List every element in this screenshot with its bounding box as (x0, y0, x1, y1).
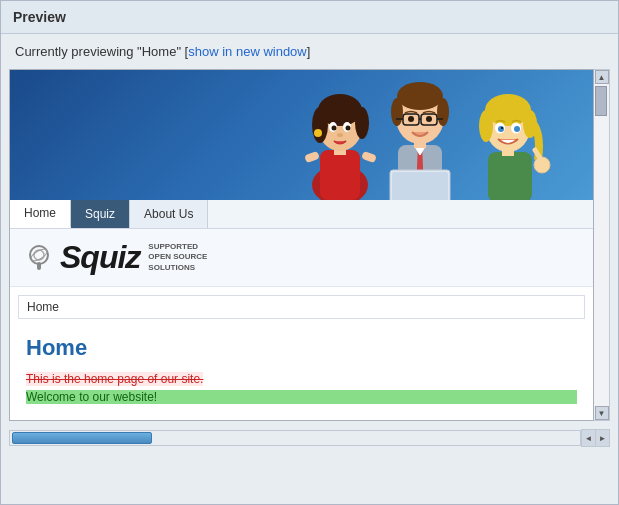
nav-tab-squiz-label: Squiz (85, 207, 115, 221)
bottom-scrollbar-bar: ◄ ► (9, 429, 610, 447)
tagline-line1: SUPPORTED (148, 242, 198, 251)
scroll-track (594, 84, 609, 406)
svg-rect-1 (320, 150, 360, 200)
preview-panel: Preview Currently previewing "Home" [sho… (0, 0, 619, 505)
svg-rect-30 (488, 152, 532, 200)
site-content: Home Home This is the home page of our s… (10, 295, 593, 420)
svg-point-8 (332, 126, 337, 131)
deleted-text: This is the home page of our site. (26, 372, 203, 386)
scroll-right-button[interactable]: ► (595, 430, 609, 446)
squiz-ring-icon (24, 243, 54, 273)
svg-rect-13 (304, 151, 320, 163)
tagline-line3: SOLUTIONS (148, 263, 195, 272)
panel-title-text: Preview (13, 9, 66, 25)
squiz-logo: Squiz SUPPORTED OPEN SOURCE SOLUTIONS (24, 239, 207, 276)
nav-tab-home[interactable]: Home (10, 200, 71, 228)
svg-point-6 (355, 107, 369, 139)
svg-rect-46 (37, 262, 41, 270)
preview-info-bar: Currently previewing "Home" [show in new… (1, 34, 618, 69)
svg-point-27 (426, 116, 432, 122)
svg-point-44 (34, 250, 44, 260)
preview-frame: Home Squiz About Us (9, 69, 594, 421)
tagline-line2: OPEN SOURCE (148, 252, 207, 261)
scroll-left-button[interactable]: ◄ (581, 430, 595, 446)
svg-point-40 (514, 126, 520, 132)
h-scroll-arrows: ◄ ► (581, 429, 610, 447)
show-in-new-window-link[interactable]: show in new window (188, 44, 307, 59)
nav-tab-about-label: About Us (144, 207, 193, 221)
svg-point-12 (314, 129, 322, 137)
nav-tab-about[interactable]: About Us (130, 200, 208, 228)
svg-point-37 (498, 126, 504, 132)
svg-point-38 (501, 127, 503, 129)
preview-info-text: Currently previewing "Home" [ (15, 44, 188, 59)
panel-title: Preview (1, 1, 618, 34)
svg-point-10 (346, 126, 351, 131)
breadcrumb-text: Home (27, 300, 59, 314)
site-nav: Home Squiz About Us (10, 200, 593, 229)
svg-point-26 (408, 116, 414, 122)
nav-tab-home-label: Home (24, 206, 56, 220)
content-area: Home This is the home page of our site. … (10, 327, 593, 420)
vertical-scrollbar: ▲ ▼ (594, 69, 610, 421)
squiz-logo-area: Squiz SUPPORTED OPEN SOURCE SOLUTIONS (10, 229, 593, 287)
svg-point-5 (312, 107, 328, 143)
squiz-tagline: SUPPORTED OPEN SOURCE SOLUTIONS (148, 242, 207, 273)
svg-rect-14 (361, 151, 377, 163)
scroll-up-button[interactable]: ▲ (595, 70, 609, 84)
bracket-close: ] (307, 44, 311, 59)
preview-frame-wrapper: Home Squiz About Us (9, 69, 610, 421)
scroll-down-button[interactable]: ▼ (595, 406, 609, 420)
horizontal-scrollbar[interactable] (9, 430, 581, 446)
site-header-banner (10, 70, 593, 200)
squiz-logo-text: Squiz (60, 239, 140, 276)
svg-point-19 (391, 98, 403, 126)
nav-tab-squiz[interactable]: Squiz (71, 200, 130, 228)
banner-illustration (10, 70, 590, 200)
breadcrumb-bar: Home (18, 295, 585, 319)
svg-point-34 (479, 110, 493, 142)
content-title: Home (26, 335, 577, 361)
svg-point-20 (437, 98, 449, 126)
scroll-thumb[interactable] (595, 86, 607, 116)
svg-rect-29 (392, 172, 448, 200)
h-scroll-thumb[interactable] (12, 432, 152, 444)
svg-point-18 (397, 82, 443, 110)
new-text: Welcome to our website! (26, 390, 577, 404)
svg-point-11 (337, 133, 343, 137)
